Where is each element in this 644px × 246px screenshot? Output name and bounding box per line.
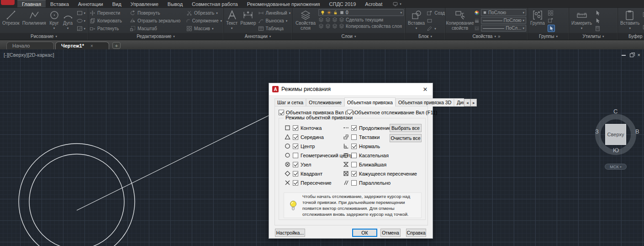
layer-select[interactable]: 0 ▾ xyxy=(318,9,404,16)
panel-title-properties[interactable]: Свойства▾» xyxy=(445,33,528,40)
osnap-checkbox[interactable] xyxy=(293,144,298,149)
paste-point-button[interactable] xyxy=(595,10,601,16)
osnap-checkbox[interactable] xyxy=(293,153,298,158)
arc-button[interactable]: Дуга▾ xyxy=(62,9,74,33)
hatch-button[interactable]: ▾ xyxy=(76,25,86,32)
layer-lock-icon[interactable] xyxy=(332,17,338,22)
osnap-row[interactable]: Ближайшая xyxy=(343,161,417,167)
panel-title-block[interactable]: Блок▾ xyxy=(406,33,445,40)
group-edit-button[interactable] xyxy=(548,17,555,23)
close-icon[interactable]: × xyxy=(638,53,640,58)
object-color-select[interactable]: ПоСлою▾ xyxy=(481,9,526,16)
trim-button[interactable]: Обрезать▾ xyxy=(186,9,222,17)
select-all-button[interactable]: Выбрать все xyxy=(390,124,422,132)
osnap-row[interactable]: Нормаль xyxy=(343,143,417,149)
tab-object-snap[interactable]: Объектная привязка xyxy=(344,97,396,107)
layer-isolate-icon[interactable] xyxy=(339,17,344,22)
clear-all-button[interactable]: Очистить все xyxy=(390,134,422,142)
layer-off-icon[interactable] xyxy=(318,17,324,22)
measure-button[interactable]: Измерить▾ xyxy=(570,9,593,33)
tab-object-snap-3d[interactable]: Объектная привязка 3D xyxy=(396,98,454,107)
panel-title-annotate[interactable]: Аннотации▾ xyxy=(224,33,292,40)
help-button[interactable]: Справка xyxy=(406,229,426,237)
ungroup-button[interactable] xyxy=(548,10,555,16)
ok-button[interactable]: ОК xyxy=(352,229,377,237)
linetype-select[interactable]: ПоСл...▾ xyxy=(481,25,526,32)
move-button[interactable]: Перенести xyxy=(90,9,127,17)
edit-block-button[interactable] xyxy=(427,17,445,25)
viewcube-south-label[interactable]: Ю xyxy=(613,147,619,154)
ribbon-tab-view[interactable]: Вид xyxy=(108,0,126,7)
otrack-on-row[interactable]: Объектное отслеживание Вкл (F11) xyxy=(347,110,437,115)
polyline-button[interactable]: Полилиния xyxy=(21,9,47,33)
layer-unlock-icon[interactable] xyxy=(332,23,338,29)
osnap-checkbox[interactable] xyxy=(351,180,357,186)
osnap-checkbox[interactable] xyxy=(351,144,357,149)
calculator-button[interactable] xyxy=(595,26,601,32)
viewcube-east-label[interactable]: В xyxy=(635,128,639,135)
ellipse-button[interactable]: ▾ xyxy=(76,17,86,24)
osnap-checkbox[interactable] xyxy=(293,171,298,176)
circle-button[interactable]: Круг▾ xyxy=(48,9,61,33)
file-tab-drawing1[interactable]: Чертеж1*× xyxy=(55,42,109,49)
ribbon-display-options[interactable]: ▾ xyxy=(392,0,401,7)
fillet-button[interactable]: Сопряжение▾ xyxy=(186,17,222,25)
osnap-checkbox[interactable] xyxy=(351,153,357,158)
viewcube-west-label[interactable]: З xyxy=(595,128,599,135)
array-button[interactable]: Массив▾ xyxy=(186,25,222,32)
ribbon-tab-acrobat[interactable]: Acrobat xyxy=(360,0,387,7)
ribbon-tab-annotate[interactable]: Аннотации xyxy=(74,0,108,7)
tab-scroll-left-button[interactable]: ◀ xyxy=(464,99,470,107)
ribbon-tab-collaborate[interactable]: Совместная работа xyxy=(187,0,243,7)
osnap-checkbox[interactable] xyxy=(351,134,357,140)
panel-title-modify[interactable]: Редактирование▾ xyxy=(88,33,223,40)
new-drawing-button[interactable]: + xyxy=(112,42,121,49)
quick-select-button[interactable] xyxy=(595,18,601,24)
linear-dim-button[interactable]: Линейный▾ xyxy=(258,9,291,17)
osnap-row[interactable]: Касательная xyxy=(343,152,417,158)
dialog-close-button[interactable]: ✕ xyxy=(418,83,433,95)
ribbon-tab-recommended-apps[interactable]: Рекомендованные приложения xyxy=(243,0,325,7)
file-tab-start[interactable]: Начало xyxy=(6,42,54,49)
lineweight-select[interactable]: ПоСлою▾ xyxy=(481,17,526,24)
ribbon-tab-insert[interactable]: Вставка xyxy=(46,0,74,7)
mirror-button[interactable]: Отразить зеркально xyxy=(130,17,184,25)
create-block-button[interactable]: Создать xyxy=(427,9,445,17)
layer-freeze-icon[interactable] xyxy=(325,17,331,22)
autocad-logo-icon[interactable] xyxy=(1,0,15,5)
minimize-icon[interactable] xyxy=(622,55,626,56)
ribbon-tab-home[interactable]: Главная xyxy=(17,0,46,7)
ribbon-tab-output[interactable]: Вывод xyxy=(163,0,187,7)
viewcube-north-label[interactable]: С xyxy=(613,108,618,115)
copy-clip-button[interactable] xyxy=(642,24,644,30)
scale-button[interactable]: Масштаб xyxy=(130,25,184,32)
osnap-row[interactable]: Параллельно xyxy=(343,180,417,186)
options-button[interactable]: Настройка... xyxy=(275,229,305,237)
layer-properties-button[interactable]: Свойства слоя xyxy=(294,9,317,33)
layer-on-icon[interactable] xyxy=(318,23,324,29)
copy-button[interactable]: Копировать xyxy=(90,17,127,25)
leader-button[interactable]: Выноска▾ xyxy=(258,17,291,25)
ribbon-tab-manage[interactable]: Управление xyxy=(126,0,163,7)
tab-scroll-right-button[interactable]: ▶ xyxy=(470,99,477,107)
block-attributes-button[interactable]: ▾ xyxy=(427,25,445,32)
ribbon-tab-spds[interactable]: СПДС 2019 xyxy=(325,0,361,7)
layer-thaw-icon[interactable] xyxy=(325,23,331,29)
close-icon[interactable]: × xyxy=(90,43,93,48)
osnap-row[interactable]: Кажущееся пересечение xyxy=(343,171,417,176)
match-properties-button[interactable]: Копирование свойств xyxy=(447,9,473,33)
osnap-checkbox[interactable] xyxy=(293,125,298,131)
paste-button[interactable]: Вставить▾ xyxy=(619,9,640,33)
cut-button[interactable] xyxy=(642,12,644,18)
restore-icon[interactable] xyxy=(630,53,633,57)
osnap-checkbox[interactable] xyxy=(351,162,357,167)
panel-title-utilities[interactable]: Утилиты▾ xyxy=(569,33,618,40)
line-button[interactable]: Отрезок xyxy=(1,9,21,33)
make-current-button[interactable]: Сделать текущим xyxy=(346,17,383,22)
insert-block-button[interactable]: Вставка▾ xyxy=(407,9,426,33)
osnap-checkbox[interactable] xyxy=(293,134,298,140)
osnap-checkbox[interactable] xyxy=(351,171,357,176)
dimension-button[interactable]: Размер xyxy=(239,9,257,33)
text-button[interactable]: Текст▾ xyxy=(225,9,238,33)
viewport-controls-label[interactable]: [-][Сверху][2D-каркас] xyxy=(4,52,54,58)
